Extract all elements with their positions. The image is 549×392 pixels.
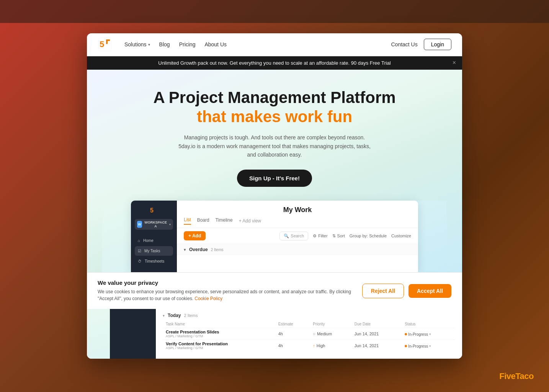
workspace-name: WORKSPACE A [144, 220, 167, 228]
nav-right: Contact Us Login [391, 39, 451, 50]
col-estimate: Estimate [275, 321, 310, 328]
tab-list[interactable]: List [184, 217, 191, 225]
app-tabs: List Board Timeline + Add view [184, 217, 411, 225]
nav-contact[interactable]: Contact Us [391, 41, 417, 47]
task-name-cell[interactable]: Create Presentation Slides ASPL / Market… [163, 328, 275, 340]
app-main-title: My Work [184, 206, 411, 214]
today-row: ▾ Today 2 Items [163, 313, 455, 318]
accept-all-button[interactable]: Accept All [408, 284, 451, 298]
login-button[interactable]: Login [424, 39, 451, 50]
sidebar-item-home[interactable]: ⌂ Home [135, 236, 173, 245]
hero-title-line2: that makes work fun [102, 107, 447, 126]
announcement-text: Unlimited Growth pack out now. Get every… [158, 60, 391, 66]
task-estimate-cell: 4h [275, 340, 310, 352]
cookie-policy-link[interactable]: Cookie Policy [194, 296, 222, 301]
sort-button[interactable]: ⇅ Sort [332, 234, 345, 238]
app-preview: 5 W WORKSPACE A ▾ ⌂ Home ☑ My Tasks [102, 201, 447, 272]
logo[interactable]: 5 [98, 37, 112, 52]
app-sidebar: 5 W WORKSPACE A ▾ ⌂ Home ☑ My Tasks [131, 201, 177, 272]
search-box[interactable]: 🔍 Search [279, 232, 308, 240]
chevron-down-icon: ▾ [148, 42, 150, 47]
search-icon: 🔍 [284, 234, 289, 238]
nav-about[interactable]: About Us [204, 41, 227, 47]
filter-button[interactable]: ⚙ Filter [313, 234, 327, 238]
task-due-date-cell: Jun 14, 2021 [351, 328, 402, 340]
sidebar-home-label: Home [143, 238, 154, 243]
add-button[interactable]: + Add [184, 231, 206, 240]
nav-links: Solutions ▾ Blog Pricing About Us [124, 41, 391, 47]
workspace-icon: W [137, 221, 142, 228]
nav-pricing[interactable]: Pricing [179, 41, 196, 47]
toolbar-right: 🔍 Search ⚙ Filter ⇅ Sort [279, 232, 411, 240]
signup-button[interactable]: Sign Up - It's Free! [237, 170, 312, 187]
cookie-banner: We value your privacy We use cookies to … [87, 272, 462, 309]
reject-all-button[interactable]: Reject All [362, 284, 404, 298]
svg-text:5: 5 [150, 207, 154, 214]
app-window: 5 W WORKSPACE A ▾ ⌂ Home ☑ My Tasks [131, 201, 418, 272]
navbar: 5 Solutions ▾ Blog Pricing About Us Cont… [87, 33, 462, 56]
brand-part2: Taco [515, 371, 534, 381]
app-bottom-preview: ▾ Today 2 Items Task Name Estimate Prior… [87, 309, 462, 359]
table-row: Create Presentation Slides ASPL / Market… [163, 328, 455, 340]
home-icon: ⌂ [138, 238, 140, 243]
overdue-label: Overdue [189, 247, 208, 252]
sidebar-workspace[interactable]: W WORKSPACE A ▾ [135, 219, 173, 230]
tab-timeline[interactable]: Timeline [216, 217, 233, 224]
app-logo-icon: 5 [150, 206, 158, 214]
task-priority-cell: ↑ High [310, 340, 351, 352]
status-chevron[interactable]: ▾ [429, 344, 431, 348]
app-toolbar: + Add 🔍 Search ⚙ Filter ⇅ [177, 228, 418, 244]
app-header: My Work List Board Timeline + Add view [177, 201, 418, 228]
cookie-description: We use cookies to enhance your browsing … [98, 288, 356, 302]
timesheets-icon: ⏱ [138, 259, 142, 263]
cookie-text: We value your privacy We use cookies to … [98, 279, 356, 302]
nav-blog[interactable]: Blog [159, 41, 170, 47]
tab-add-view[interactable]: + Add view [239, 218, 261, 224]
app-main-content: My Work List Board Timeline + Add view +… [177, 201, 418, 272]
today-label: Today [168, 313, 181, 318]
sidebar-item-mytasks[interactable]: ☑ My Tasks [135, 246, 173, 256]
sidebar-item-timesheets[interactable]: ⏱ Timesheets [135, 256, 173, 266]
announcement-bar: Unlimited Growth pack out now. Get every… [87, 56, 462, 70]
cookie-title: We value your privacy [98, 279, 356, 286]
filter-icon: ⚙ [313, 234, 317, 238]
app-bottom-sidebar [110, 309, 156, 359]
col-task-name: Task Name [163, 321, 275, 328]
svg-rect-4 [106, 39, 108, 44]
col-priority: Priority [310, 321, 351, 328]
col-due-date: Due Date [351, 321, 402, 328]
sidebar-tasks-label: My Tasks [144, 249, 160, 253]
customize-button[interactable]: Customize [391, 234, 411, 238]
task-name-cell[interactable]: Verify Content for Presentation ASPL / M… [163, 340, 275, 352]
today-arrow[interactable]: ▾ [163, 314, 165, 318]
groupby-button[interactable]: Group by: Schedule [350, 234, 387, 238]
workspace-chevron: ▾ [169, 223, 171, 226]
task-priority-cell: ○ Medium [310, 328, 351, 340]
task-estimate-cell: 4h [275, 328, 310, 340]
overdue-count: 2 Items [211, 248, 224, 252]
task-status-cell: In-Progress ▾ [402, 328, 455, 340]
close-icon[interactable]: × [453, 59, 456, 66]
task-table: Task Name Estimate Priority Due Date Sta… [163, 321, 455, 351]
hero-section: A Project Management Platform that makes… [87, 70, 462, 273]
app-bottom-main: ▾ Today 2 Items Task Name Estimate Prior… [156, 309, 462, 359]
hero-subtitle: Managing projects is tough. And tools ou… [175, 133, 374, 159]
status-chevron[interactable]: ▾ [429, 332, 431, 336]
overdue-row: ▾ Overdue 2 Items [177, 244, 418, 255]
today-count: 2 Items [184, 313, 198, 318]
table-row: Verify Content for Presentation ASPL / M… [163, 340, 455, 352]
svg-text:5: 5 [100, 39, 104, 49]
sort-icon: ⇅ [332, 234, 336, 238]
tab-board[interactable]: Board [197, 217, 209, 224]
col-status: Status [402, 321, 455, 328]
fivetaco-watermark: FiveTaco [499, 371, 534, 381]
main-window: 5 Solutions ▾ Blog Pricing About Us Cont… [87, 33, 462, 359]
tasks-icon: ☑ [138, 249, 141, 253]
brand-part1: Five [499, 371, 515, 381]
logo-icon: 5 [98, 37, 112, 52]
hero-title-line1: A Project Management Platform [102, 88, 447, 107]
cookie-buttons: Reject All Accept All [362, 284, 451, 298]
task-due-date-cell: Jun 14, 2021 [351, 340, 402, 352]
nav-solutions[interactable]: Solutions ▾ [124, 41, 150, 47]
overdue-expand-icon[interactable]: ▾ [184, 247, 186, 252]
